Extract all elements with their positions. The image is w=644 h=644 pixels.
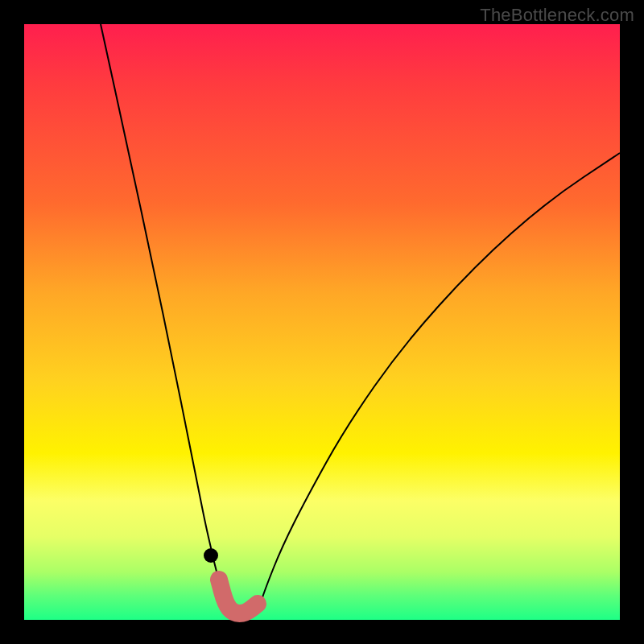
right-branch-curve	[258, 153, 620, 612]
chart-frame: TheBottleneck.com	[0, 0, 644, 644]
trough-left-dot	[204, 548, 218, 563]
trough-highlight	[219, 580, 258, 613]
curve-layer	[24, 24, 620, 620]
plot-area	[24, 24, 620, 620]
watermark-text: TheBottleneck.com	[480, 5, 634, 26]
left-branch-curve	[101, 24, 229, 616]
